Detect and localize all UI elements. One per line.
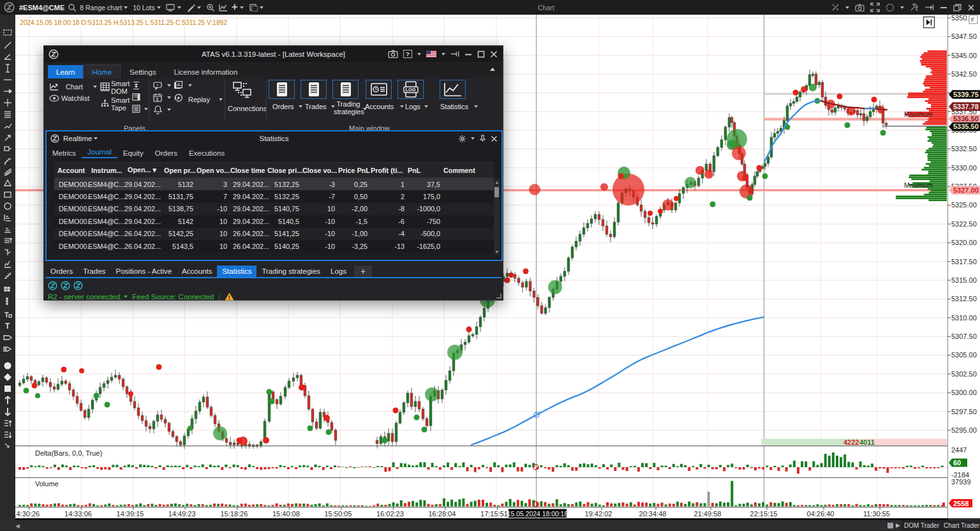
svg-text:5342.50: 5342.50 xyxy=(951,70,977,78)
svg-text:F: F xyxy=(971,17,975,23)
svg-text:14:33:06: 14:33:06 xyxy=(64,510,92,518)
svg-text:19:42:02: 19:42:02 xyxy=(585,510,612,518)
svg-text:15:18:26: 15:18:26 xyxy=(220,510,248,518)
svg-text:14:39:15: 14:39:15 xyxy=(117,510,144,518)
svg-text:Volume: Volume xyxy=(35,480,59,488)
svg-text:5310.00: 5310.00 xyxy=(951,314,977,322)
svg-text:5312.50: 5312.50 xyxy=(951,295,977,303)
svg-text:T: T xyxy=(4,311,9,318)
svg-text:5345.00: 5345.00 xyxy=(951,52,977,59)
svg-text:2558: 2558 xyxy=(953,500,969,507)
svg-text:15:50:05: 15:50:05 xyxy=(324,510,352,518)
svg-text:5325.00: 5325.00 xyxy=(951,201,977,209)
svg-text:5332.50: 5332.50 xyxy=(951,145,977,153)
svg-text:5327.00: 5327.00 xyxy=(953,186,979,194)
svg-text:Maximum: Maximum xyxy=(904,182,933,189)
svg-text:5315.00: 5315.00 xyxy=(951,276,977,284)
svg-text:!: ! xyxy=(228,294,230,301)
svg-text:14:49:23: 14:49:23 xyxy=(168,510,196,518)
svg-text:5302.50: 5302.50 xyxy=(951,370,977,378)
svg-text:11:30:55: 11:30:55 xyxy=(863,510,890,518)
svg-text:15:40:08: 15:40:08 xyxy=(272,510,300,518)
svg-text:Delta(Bars, 0,0, True): Delta(Bars, 0,0, True) xyxy=(35,449,102,457)
svg-text:2447: 2447 xyxy=(951,446,967,454)
svg-text:LOG: LOG xyxy=(405,87,415,93)
svg-text:21:49:58: 21:49:58 xyxy=(694,510,722,518)
svg-text:5297.50: 5297.50 xyxy=(951,408,977,415)
svg-text:5336.50: 5336.50 xyxy=(953,115,979,123)
svg-text:5339.75: 5339.75 xyxy=(953,91,979,98)
svg-text:5337.78: 5337.78 xyxy=(953,103,979,110)
svg-text:16:28:04: 16:28:04 xyxy=(428,510,456,518)
svg-text:04:26:40: 04:26:40 xyxy=(807,510,835,518)
svg-text:16:02:23: 16:02:23 xyxy=(376,510,404,518)
svg-text:$: $ xyxy=(156,97,159,101)
svg-text:5335.50: 5335.50 xyxy=(953,123,979,130)
svg-text:5300.00: 5300.00 xyxy=(951,389,977,396)
svg-text:4011: 4011 xyxy=(859,438,875,446)
svg-text:T: T xyxy=(5,322,10,331)
svg-text:5320.00: 5320.00 xyxy=(951,239,977,246)
svg-text:5305.00: 5305.00 xyxy=(951,351,977,359)
svg-text:5307.50: 5307.50 xyxy=(951,333,977,340)
svg-text:2024.15.05 18:00:18 O:5313.25: 2024.15.05 18:00:18 O:5313.25 H:5313.25 … xyxy=(20,19,227,26)
svg-text:17:15:51: 17:15:51 xyxy=(480,510,508,518)
svg-text:5295.00: 5295.00 xyxy=(951,426,977,434)
svg-text:5322.50: 5322.50 xyxy=(951,220,977,228)
svg-text:15.05.2024 18:00:18: 15.05.2024 18:00:18 xyxy=(507,511,568,518)
svg-text:5347.50: 5347.50 xyxy=(951,33,977,40)
svg-text:Maximum: Maximum xyxy=(904,111,933,118)
svg-text:14:30:26: 14:30:26 xyxy=(12,510,40,518)
svg-text:37939: 37939 xyxy=(951,478,971,486)
svg-text:5330.00: 5330.00 xyxy=(951,164,977,172)
svg-text:5317.50: 5317.50 xyxy=(951,258,977,266)
svg-text:60: 60 xyxy=(953,459,961,467)
svg-text:20:34:48: 20:34:48 xyxy=(639,510,667,518)
svg-text:4222: 4222 xyxy=(843,438,859,446)
svg-text:22:15:15: 22:15:15 xyxy=(750,510,778,518)
